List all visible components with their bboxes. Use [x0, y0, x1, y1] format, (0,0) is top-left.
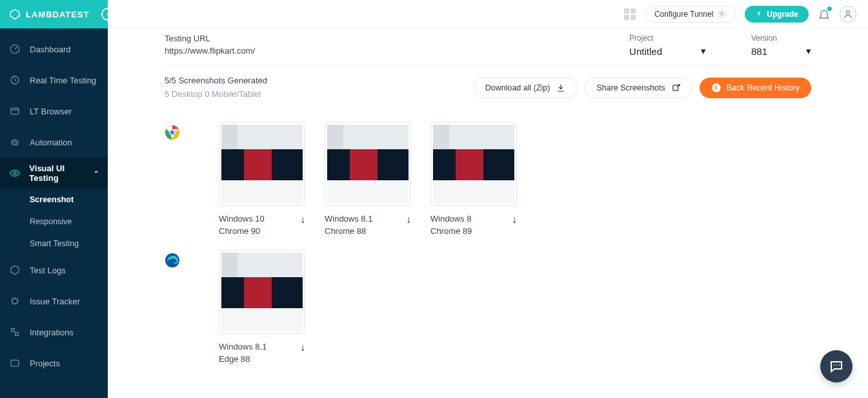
- nav-screenshot-label: Screenshot: [30, 195, 74, 204]
- folder-icon: [9, 357, 21, 369]
- download-all-button[interactable]: Download all (Zip): [473, 78, 578, 98]
- nav-issue[interactable]: Issue Tracker: [0, 286, 108, 317]
- version-select-block: Version 881▾: [751, 34, 811, 57]
- brand-name: LAMBDATEST: [26, 10, 90, 19]
- card-browser: Edge 88: [219, 354, 267, 364]
- bug-icon: [9, 295, 21, 307]
- thumbnail[interactable]: 🖥 🚀: [219, 250, 305, 334]
- thumbnail[interactable]: 🖥 🚀: [219, 122, 305, 206]
- card-download-button[interactable]: ↓: [300, 342, 305, 353]
- eye-icon: [9, 167, 20, 179]
- nav: Dashboard Real Time Testing LT Browser A…: [0, 28, 108, 379]
- card-download-button[interactable]: ↓: [406, 214, 411, 225]
- thumbnail[interactable]: 🖥 🚀: [325, 122, 411, 206]
- version-label: Version: [751, 34, 811, 43]
- status-text: 5/5 Screenshots Generated 5 Desktop 0 Mo…: [165, 74, 267, 101]
- nav-integrations-label: Integrations: [30, 328, 74, 337]
- nav-projects[interactable]: Projects: [0, 348, 108, 379]
- screenshot-card[interactable]: 🖥 🚀 Windows 10 Chrome 90 ↓: [219, 122, 305, 236]
- nav-automation-label: Automation: [30, 138, 72, 147]
- svg-rect-11: [673, 85, 678, 90]
- nav-visual[interactable]: Visual UI Testing⌃: [0, 158, 108, 189]
- url-block: Testing URL https://www.flipkart.com/: [165, 34, 255, 56]
- help-icon: ?: [717, 10, 726, 19]
- chrome-icon: [165, 125, 180, 140]
- browser-group: 🖥 🚀 Windows 10 Chrome 90 ↓ 🖥 🚀 Windows 8…: [165, 122, 811, 236]
- card-download-button[interactable]: ↓: [512, 214, 517, 225]
- nav-ltbrowser[interactable]: LT Browser: [0, 96, 108, 127]
- project-select[interactable]: Untitled▾: [629, 45, 706, 57]
- screenshot-card[interactable]: 🖥 🚀 Windows 8.1 Chrome 88 ↓: [325, 122, 411, 236]
- nav-integrations[interactable]: Integrations: [0, 317, 108, 348]
- chevron-down-icon: ▾: [806, 45, 811, 57]
- sidebar: LAMBDATEST ‹ Dashboard Real Time Testing…: [0, 0, 108, 398]
- share-icon: [672, 83, 681, 92]
- status-breakdown: 5 Desktop 0 Mobile/Tablet: [165, 88, 267, 101]
- svg-point-15: [170, 130, 175, 135]
- nav-ltbrowser-label: LT Browser: [30, 107, 72, 116]
- nav-dashboard[interactable]: Dashboard: [0, 34, 108, 65]
- back-history-button[interactable]: Back Recent History: [700, 78, 811, 98]
- gauge-icon: [9, 43, 21, 55]
- clock-icon: [9, 74, 21, 86]
- upgrade-button[interactable]: Upgrade: [745, 6, 809, 23]
- browser-group: 🖥 🚀 Windows 8.1 Edge 88 ↓: [165, 250, 811, 364]
- robot-icon: [9, 136, 21, 148]
- back-arrow-icon: [711, 83, 722, 93]
- card-browser: Chrome 88: [325, 226, 372, 236]
- nav-testlogs-label: Test Logs: [30, 266, 66, 275]
- download-all-label: Download all (Zip): [485, 83, 550, 92]
- nav-realtime-label: Real Time Testing: [30, 76, 96, 85]
- configure-tunnel-label: Configure Tunnel: [654, 10, 713, 19]
- nav-smart-label: Smart Testing: [30, 239, 79, 248]
- card-os: Windows 10: [219, 214, 265, 224]
- nav-testlogs[interactable]: Test Logs: [0, 255, 108, 286]
- status-row: 5/5 Screenshots Generated 5 Desktop 0 Mo…: [165, 65, 811, 108]
- share-button[interactable]: Share Screenshots: [584, 78, 692, 98]
- nav-screenshot[interactable]: Screenshot: [0, 189, 108, 211]
- cube-icon: [9, 264, 21, 276]
- card-os: Windows 8.1: [325, 214, 372, 224]
- edge-icon: [165, 253, 180, 268]
- back-history-label: Back Recent History: [727, 83, 800, 92]
- topbar: Configure Tunnel? Upgrade: [108, 0, 868, 28]
- version-value: 881: [751, 46, 767, 57]
- svg-rect-1: [11, 108, 19, 114]
- nav-visual-label: Visual UI Testing: [29, 163, 94, 183]
- nav-automation[interactable]: Automation: [0, 127, 108, 158]
- card-browser: Chrome 89: [430, 226, 472, 236]
- nav-realtime[interactable]: Real Time Testing: [0, 65, 108, 96]
- nav-projects-label: Projects: [30, 359, 60, 368]
- chat-fab[interactable]: [820, 350, 853, 382]
- notifications-icon[interactable]: [818, 8, 831, 21]
- chevron-up-icon: ⌃: [94, 170, 99, 177]
- nav-responsive[interactable]: Responsive: [0, 211, 108, 233]
- status-generated: 5/5 Screenshots Generated: [165, 74, 267, 88]
- apps-grid-icon[interactable]: [624, 8, 636, 20]
- nav-dashboard-label: Dashboard: [30, 45, 71, 54]
- nav-smart[interactable]: Smart Testing: [0, 233, 108, 255]
- svg-rect-8: [15, 333, 19, 336]
- svg-point-6: [12, 298, 17, 304]
- nav-issue-label: Issue Tracker: [30, 297, 80, 306]
- screenshot-card[interactable]: 🖥 🚀 Windows 8 Chrome 89 ↓: [430, 122, 517, 236]
- thumbnail[interactable]: 🖥 🚀: [430, 122, 517, 206]
- main-content: Testing URL https://www.flipkart.com/ Pr…: [108, 28, 868, 398]
- configure-tunnel-button[interactable]: Configure Tunnel?: [645, 6, 736, 23]
- browser-icon: [9, 105, 21, 117]
- logo-bar: LAMBDATEST ‹: [0, 0, 108, 28]
- project-select-block: Project Untitled▾: [629, 34, 706, 57]
- user-avatar[interactable]: [840, 6, 856, 23]
- version-select[interactable]: 881▾: [751, 45, 811, 57]
- svg-point-10: [846, 10, 849, 14]
- svg-rect-7: [12, 329, 15, 332]
- card-download-button[interactable]: ↓: [300, 214, 305, 225]
- svg-point-3: [13, 142, 14, 143]
- screenshot-card[interactable]: 🖥 🚀 Windows 8.1 Edge 88 ↓: [219, 250, 305, 364]
- layers-icon: [9, 326, 21, 338]
- url-value: https://www.flipkart.com/: [165, 46, 255, 56]
- header-row: Testing URL https://www.flipkart.com/ Pr…: [165, 34, 811, 65]
- svg-point-4: [15, 142, 16, 143]
- chat-icon: [829, 359, 844, 374]
- card-browser: Chrome 90: [219, 226, 265, 236]
